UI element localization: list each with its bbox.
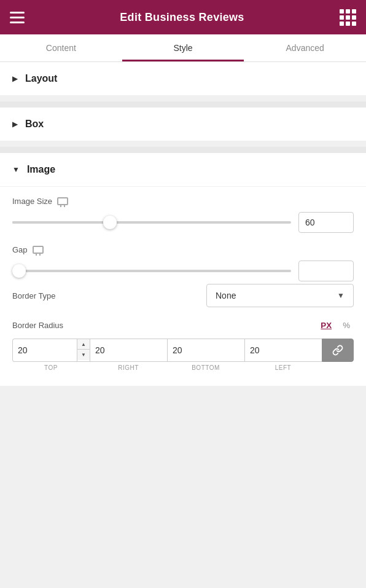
- border-radius-label: Border Radius: [12, 321, 63, 330]
- box-section-header[interactable]: ▶ Box: [0, 108, 366, 141]
- layout-arrow-icon: ▶: [12, 74, 18, 83]
- header: Edit Business Reviews: [0, 0, 366, 34]
- border-radius-field: Border Radius PX % ▲ ▼: [12, 319, 354, 371]
- tab-style[interactable]: Style: [122, 34, 244, 61]
- image-section-header[interactable]: ▼ Image: [0, 153, 366, 186]
- gap-monitor-icon: [33, 246, 44, 254]
- layout-section: ▶ Layout: [0, 62, 366, 95]
- border-radius-top-input[interactable]: [13, 339, 77, 361]
- sub-label-right: RIGHT: [90, 364, 167, 371]
- layout-section-header[interactable]: ▶ Layout: [0, 62, 366, 95]
- apps-grid-button[interactable]: [340, 9, 356, 26]
- border-type-dropdown[interactable]: None ▼: [206, 284, 354, 307]
- image-section: ▼ Image Image Size: [0, 153, 366, 386]
- box-section-title: Box: [25, 119, 44, 130]
- sub-label-bottom: BOTTOM: [167, 364, 244, 371]
- chevron-down-icon: ▼: [337, 291, 345, 300]
- sub-label-left: LEFT: [244, 364, 322, 371]
- tab-advanced[interactable]: Advanced: [244, 34, 366, 61]
- border-type-label: Border Type: [12, 291, 56, 300]
- gap-label: Gap: [12, 245, 354, 254]
- image-size-input[interactable]: [298, 212, 354, 233]
- gap-slider-row: [12, 261, 354, 281]
- border-radius-inputs-row: ▲ ▼: [12, 339, 354, 362]
- border-radius-bottom-group: [167, 339, 244, 362]
- unit-px-button[interactable]: PX: [317, 319, 335, 331]
- border-radius-header: Border Radius PX %: [12, 319, 354, 331]
- header-title: Edit Business Reviews: [120, 11, 244, 24]
- image-size-label: Image Size: [12, 197, 354, 206]
- image-section-content: Image Size Gap: [0, 186, 366, 386]
- gap-slider[interactable]: [12, 265, 291, 277]
- border-radius-link-button[interactable]: [322, 339, 354, 362]
- layout-section-title: Layout: [25, 73, 57, 84]
- sub-label-link-spacer: [322, 364, 354, 371]
- border-radius-bottom-input[interactable]: [168, 339, 244, 361]
- image-size-slider[interactable]: [12, 216, 291, 229]
- box-arrow-icon: ▶: [12, 120, 18, 128]
- image-arrow-icon: ▼: [12, 165, 20, 174]
- image-section-title: Image: [27, 164, 55, 175]
- image-size-slider-row: [12, 212, 354, 233]
- border-radius-left-group: [244, 339, 322, 362]
- unit-toggle: PX %: [317, 319, 354, 331]
- top-spin-down-button[interactable]: ▼: [77, 350, 90, 360]
- border-type-value: None: [216, 291, 236, 300]
- separator-2: [0, 147, 366, 153]
- gap-field: Gap: [12, 245, 354, 281]
- border-radius-sub-labels: TOP RIGHT BOTTOM LEFT: [12, 364, 354, 371]
- monitor-icon: [57, 197, 68, 205]
- tab-content[interactable]: Content: [0, 34, 122, 61]
- image-size-field: Image Size: [12, 197, 354, 233]
- border-type-field: Border Type None ▼: [12, 284, 354, 307]
- top-spin-up-button[interactable]: ▲: [77, 339, 90, 350]
- separator-1: [0, 101, 366, 108]
- tabs-bar: Content Style Advanced: [0, 34, 366, 62]
- gap-input[interactable]: [298, 261, 354, 281]
- border-radius-left-input[interactable]: [245, 339, 322, 361]
- top-spinner: ▲ ▼: [77, 339, 90, 361]
- box-section: ▶ Box: [0, 108, 366, 141]
- border-radius-right-input[interactable]: [90, 339, 167, 361]
- unit-percent-button[interactable]: %: [339, 319, 354, 331]
- hamburger-menu-button[interactable]: [10, 12, 25, 23]
- border-radius-right-group: [90, 339, 167, 362]
- border-radius-top-group: ▲ ▼: [12, 339, 90, 362]
- link-chain-icon: [332, 345, 343, 356]
- sub-label-top: TOP: [12, 364, 90, 371]
